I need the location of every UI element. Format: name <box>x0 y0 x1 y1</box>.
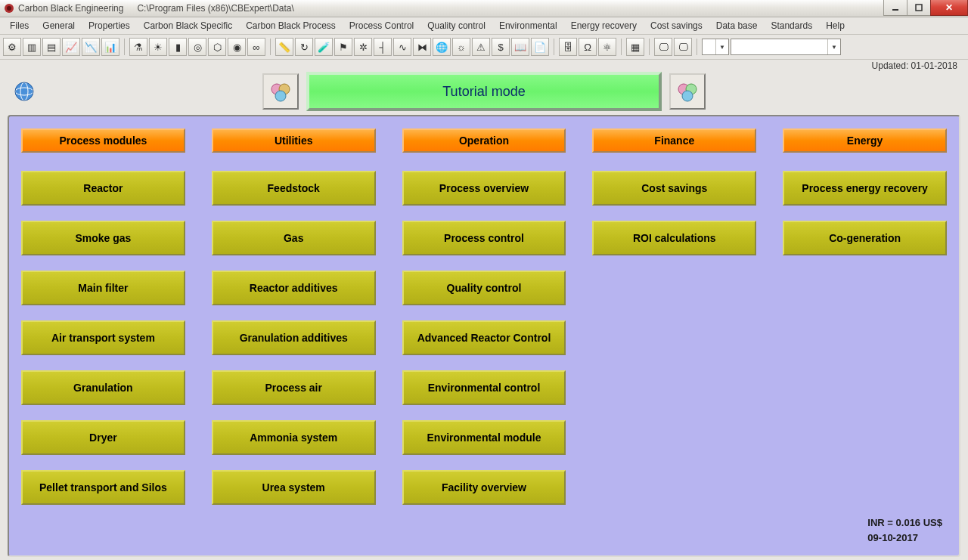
menu-standards[interactable]: Standards <box>764 19 819 32</box>
module-environmental-control[interactable]: Environmental control <box>402 370 566 405</box>
fan-icon[interactable]: ✲ <box>354 38 372 56</box>
module-grid: Process modulesUtilitiesOperationFinance… <box>21 128 947 502</box>
toolbar-separator <box>554 39 554 55</box>
wave-icon[interactable]: ∿ <box>393 38 411 56</box>
module-granulation[interactable]: Granulation <box>21 370 185 405</box>
monitor1-icon[interactable]: 🖵 <box>654 38 672 56</box>
module-environmental-module[interactable]: Environmental module <box>402 420 566 455</box>
module-feedstock[interactable]: Feedstock <box>212 171 376 206</box>
atom-icon[interactable]: ⚛ <box>598 38 616 56</box>
module-smoke-gas[interactable]: Smoke gas <box>21 221 185 255</box>
column-header-utilities: Utilities <box>212 128 376 153</box>
target-icon[interactable]: ◉ <box>228 38 246 56</box>
module-facility-overview[interactable]: Facility overview <box>402 470 566 505</box>
svg-rect-2 <box>892 9 898 11</box>
panel-icon[interactable]: ▥ <box>23 38 41 56</box>
menu-help[interactable]: Help <box>819 19 852 32</box>
loop-icon[interactable]: ↻ <box>295 38 313 56</box>
svg-point-10 <box>275 91 286 101</box>
chart-bar-icon[interactable]: 📊 <box>101 38 119 56</box>
maximize-button[interactable] <box>907 0 931 16</box>
minimize-button[interactable] <box>883 0 908 16</box>
hex-icon[interactable]: ⬡ <box>208 38 226 56</box>
menu-properties[interactable]: Properties <box>82 19 137 32</box>
mode-label-text: Tutorial mode <box>442 84 525 100</box>
menu-files[interactable]: Files <box>3 19 36 32</box>
lab-icon[interactable]: 🧪 <box>315 38 333 56</box>
module-dryer[interactable]: Dryer <box>21 420 185 455</box>
module-co-generation[interactable]: Co-generation <box>783 221 947 255</box>
chart-line-icon[interactable]: 📈 <box>62 38 80 56</box>
chain-icon[interactable]: ⧓ <box>413 38 431 56</box>
column-icon[interactable]: ▮ <box>169 38 187 56</box>
flag-icon[interactable]: ⚑ <box>334 38 352 56</box>
warn-icon[interactable]: ⚠ <box>472 38 490 56</box>
monitor2-icon[interactable]: 🖵 <box>674 38 692 56</box>
toolbar-separator <box>270 39 271 55</box>
module-gas[interactable]: Gas <box>212 221 376 255</box>
menu-data-base[interactable]: Data base <box>709 19 765 32</box>
module-roi-calculations[interactable]: ROI calculations <box>592 221 756 255</box>
gear-icon[interactable]: ⚙ <box>3 38 21 56</box>
dollar-icon[interactable]: $ <box>492 38 510 56</box>
module-reactor-additives[interactable]: Reactor additives <box>212 271 376 305</box>
toolbar-separator <box>697 39 697 55</box>
module-granulation-additives[interactable]: Granulation additives <box>212 320 376 355</box>
mode-next-button[interactable] <box>669 73 706 110</box>
sun-icon[interactable]: ☀ <box>149 38 167 56</box>
module-air-transport-system[interactable]: Air transport system <box>21 320 185 355</box>
menu-cost-savings[interactable]: Cost savings <box>644 19 709 32</box>
svg-rect-3 <box>916 5 922 11</box>
menu-general[interactable]: General <box>36 19 82 32</box>
svg-point-1 <box>7 6 11 11</box>
toolbar-combo-1[interactable]: ▼ <box>702 39 729 55</box>
link-icon[interactable]: ∞ <box>247 38 265 56</box>
menu-energy-recovery[interactable]: Energy recovery <box>564 19 644 32</box>
ring-icon[interactable]: ◎ <box>188 38 206 56</box>
module-quality-control[interactable]: Quality control <box>402 271 566 305</box>
module-main-filter[interactable]: Main filter <box>21 271 185 305</box>
window-controls: ✕ <box>884 0 968 16</box>
module-reactor[interactable]: Reactor <box>21 171 185 206</box>
module-process-air[interactable]: Process air <box>212 370 376 405</box>
toolbar: ⚙▥▤📈📉📊⚗☀▮◎⬡◉∞📏↻🧪⚑✲┤∿⧓🌐☼⚠$📖📄🗄Ω⚛▦🖵🖵▼▼ <box>0 35 968 60</box>
mode-prev-button[interactable] <box>262 73 299 110</box>
globe2-icon[interactable]: 🌐 <box>433 38 451 56</box>
menu-environmental[interactable]: Environmental <box>492 19 564 32</box>
menu-carbon-black-process[interactable]: Carbon Black Process <box>239 19 343 32</box>
book-icon[interactable]: 📖 <box>511 38 529 56</box>
module-process-control[interactable]: Process control <box>402 221 566 255</box>
svg-point-13 <box>682 91 693 101</box>
app-icon <box>3 2 15 14</box>
module-process-overview[interactable]: Process overview <box>402 171 566 206</box>
module-advanced-reactor-control[interactable]: Advanced Reactor Control <box>402 320 566 355</box>
main-panel: Process modulesUtilitiesOperationFinance… <box>8 115 960 557</box>
chart-area-icon[interactable]: 📉 <box>82 38 100 56</box>
module-ammonia-system[interactable]: Ammonia system <box>212 420 376 455</box>
doc-icon[interactable]: 📄 <box>531 38 549 56</box>
menu-carbon-black-specific[interactable]: Carbon Black Specific <box>137 19 239 32</box>
toolbar-separator <box>124 39 125 55</box>
ruler-icon[interactable]: 📏 <box>275 38 293 56</box>
db-icon[interactable]: 🗄 <box>559 38 577 56</box>
mode-row: Tutorial mode <box>0 72 968 111</box>
menu-quality-control[interactable]: Quality control <box>420 19 492 32</box>
currency-rate: INR = 0.016 US$ <box>867 515 942 531</box>
module-pellet-transport-and-silos[interactable]: Pellet transport and Silos <box>21 470 185 505</box>
toolbar-combo-2[interactable]: ▼ <box>731 39 841 55</box>
horseshoe-icon[interactable]: Ω <box>579 38 597 56</box>
menu-bar: FilesGeneralPropertiesCarbon Black Speci… <box>0 17 968 35</box>
close-button[interactable]: ✕ <box>930 0 968 16</box>
module-process-energy-recovery[interactable]: Process energy recovery <box>783 171 947 206</box>
module-cost-savings[interactable]: Cost savings <box>592 171 756 206</box>
sheet-icon[interactable]: ▦ <box>626 38 644 56</box>
bars-icon[interactable]: ▤ <box>42 38 60 56</box>
mode-label-button[interactable]: Tutorial mode <box>306 72 662 111</box>
sun2-icon[interactable]: ☼ <box>452 38 470 56</box>
module-urea-system[interactable]: Urea system <box>212 470 376 505</box>
globe-icon[interactable] <box>14 81 35 102</box>
column-header-process-modules: Process modules <box>21 128 185 153</box>
probe-icon[interactable]: ┤ <box>374 38 392 56</box>
menu-process-control[interactable]: Process Control <box>343 19 420 32</box>
flask-icon[interactable]: ⚗ <box>129 38 147 56</box>
